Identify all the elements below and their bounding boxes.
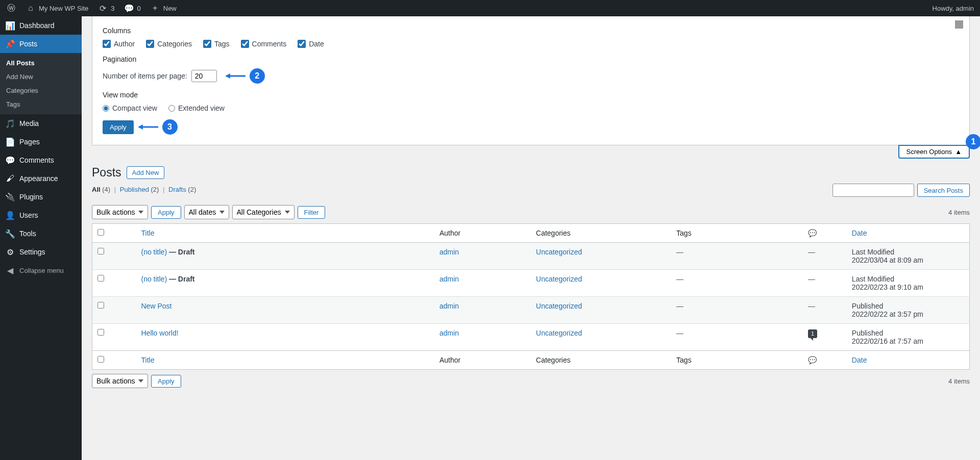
category-filter-select[interactable]: All Categories bbox=[232, 205, 295, 219]
items-per-page-input[interactable] bbox=[191, 70, 217, 82]
menu-posts-label: Posts bbox=[19, 40, 37, 48]
item-count-top: 4 items bbox=[948, 209, 970, 216]
bulk-apply-button-bottom[interactable]: Apply bbox=[151, 375, 181, 388]
row-checkbox[interactable] bbox=[97, 329, 104, 336]
menu-tools-label: Tools bbox=[19, 229, 36, 238]
col-comments-checkbox[interactable] bbox=[241, 40, 249, 48]
th-title[interactable]: Title bbox=[136, 224, 434, 243]
tf-comments[interactable]: 💬 bbox=[803, 351, 847, 370]
viewmode-compact-label[interactable]: Compact view bbox=[103, 104, 157, 112]
col-author-label[interactable]: Author bbox=[103, 40, 135, 48]
new-label: New bbox=[163, 5, 177, 12]
author-link[interactable]: admin bbox=[439, 248, 459, 256]
viewmode-extended-radio[interactable] bbox=[168, 105, 175, 112]
submenu-all-posts[interactable]: All Posts bbox=[0, 56, 82, 70]
tf-title[interactable]: Title bbox=[136, 351, 434, 370]
bulk-actions-select[interactable]: Bulk actions bbox=[92, 205, 148, 219]
search-input[interactable] bbox=[832, 184, 914, 197]
viewmode-compact-text: Compact view bbox=[112, 104, 157, 112]
menu-comments[interactable]: 💬Comments bbox=[0, 151, 82, 169]
row-checkbox[interactable] bbox=[97, 302, 104, 309]
menu-media[interactable]: 🎵Media bbox=[0, 114, 82, 133]
category-link[interactable]: Uncategorized bbox=[536, 329, 582, 337]
users-icon: 👤 bbox=[5, 210, 15, 220]
post-title-link[interactable]: (no title) bbox=[141, 275, 167, 283]
menu-dashboard[interactable]: 📊Dashboard bbox=[0, 16, 82, 35]
select-all-bottom[interactable] bbox=[97, 356, 104, 363]
submenu-tags[interactable]: Tags bbox=[0, 97, 82, 111]
screen-options-apply-button[interactable]: Apply bbox=[103, 120, 134, 134]
col-categories-label[interactable]: Categories bbox=[146, 40, 192, 48]
screen-options-tab[interactable]: Screen Options ▲ bbox=[898, 145, 970, 159]
col-tags-checkbox[interactable] bbox=[203, 40, 211, 48]
submenu-categories[interactable]: Categories bbox=[0, 84, 82, 97]
submenu-add-new[interactable]: Add New bbox=[0, 70, 82, 84]
date-label: Last Modified bbox=[852, 248, 964, 256]
howdy-link[interactable]: Howdy, admin bbox=[930, 5, 976, 12]
col-categories-checkbox[interactable] bbox=[146, 40, 154, 48]
col-author-checkbox[interactable] bbox=[103, 40, 111, 48]
col-comments-label[interactable]: Comments bbox=[241, 40, 287, 48]
menu-settings[interactable]: ⚙Settings bbox=[0, 243, 82, 261]
updates-link[interactable]: ⟳3 bbox=[95, 3, 116, 13]
th-author[interactable]: Author bbox=[434, 224, 531, 243]
new-content-link[interactable]: +New bbox=[148, 3, 179, 13]
author-link[interactable]: admin bbox=[439, 329, 459, 337]
th-comments[interactable]: 💬 bbox=[803, 224, 847, 243]
home-icon: ⌂ bbox=[26, 3, 36, 13]
viewmode-extended-label[interactable]: Extended view bbox=[168, 104, 225, 112]
plugins-icon: 🔌 bbox=[5, 192, 15, 202]
th-tags[interactable]: Tags bbox=[671, 224, 803, 243]
author-link[interactable]: admin bbox=[439, 275, 459, 283]
menu-appearance[interactable]: 🖌Appearance bbox=[0, 169, 82, 188]
row-checkbox[interactable] bbox=[97, 275, 104, 282]
col-author-text: Author bbox=[114, 40, 135, 48]
post-title-link[interactable]: New Post bbox=[141, 302, 172, 310]
tf-author[interactable]: Author bbox=[434, 351, 531, 370]
svg-marker-1 bbox=[225, 73, 230, 79]
tf-categories[interactable]: Categories bbox=[531, 351, 671, 370]
row-checkbox[interactable] bbox=[97, 248, 104, 254]
filter-published[interactable]: Published bbox=[120, 186, 149, 193]
tablenav-bottom: Bulk actions Apply 4 items bbox=[82, 370, 980, 392]
bulk-actions-select-bottom[interactable]: Bulk actions bbox=[92, 374, 148, 388]
filter-button[interactable]: Filter bbox=[298, 206, 326, 219]
menu-users[interactable]: 👤Users bbox=[0, 206, 82, 224]
tf-tags[interactable]: Tags bbox=[671, 351, 803, 370]
bulk-apply-button[interactable]: Apply bbox=[151, 206, 181, 219]
search-button[interactable]: Search Posts bbox=[917, 184, 970, 197]
menu-tools[interactable]: 🔧Tools bbox=[0, 224, 82, 243]
category-link[interactable]: Uncategorized bbox=[536, 275, 582, 283]
col-date-checkbox[interactable] bbox=[298, 40, 306, 48]
menu-pages[interactable]: 📄Pages bbox=[0, 133, 82, 151]
filter-drafts[interactable]: Drafts bbox=[168, 186, 186, 193]
comment-count-bubble[interactable]: 1 bbox=[808, 329, 817, 338]
post-title-link[interactable]: Hello world! bbox=[141, 329, 179, 337]
tf-date[interactable]: Date bbox=[847, 351, 970, 370]
category-link[interactable]: Uncategorized bbox=[536, 248, 582, 256]
posts-table: Title Author Categories Tags 💬 Date (no … bbox=[92, 223, 970, 370]
howdy-text: Howdy, admin bbox=[933, 5, 974, 12]
th-date[interactable]: Date bbox=[847, 224, 970, 243]
viewmode-compact-radio[interactable] bbox=[103, 105, 109, 112]
category-link[interactable]: Uncategorized bbox=[536, 302, 582, 310]
post-title-link[interactable]: (no title) bbox=[141, 248, 167, 256]
date-label: Published bbox=[852, 329, 964, 337]
collapse-menu[interactable]: ◀Collapse menu bbox=[0, 261, 82, 279]
menu-plugins[interactable]: 🔌Plugins bbox=[0, 188, 82, 206]
th-categories[interactable]: Categories bbox=[531, 224, 671, 243]
select-all-top[interactable] bbox=[97, 229, 104, 236]
author-link[interactable]: admin bbox=[439, 302, 459, 310]
col-date-label[interactable]: Date bbox=[298, 40, 324, 48]
site-name-link[interactable]: ⌂My New WP Site bbox=[23, 3, 90, 13]
col-date-text: Date bbox=[309, 40, 324, 48]
filter-all[interactable]: All bbox=[92, 186, 101, 193]
menu-appearance-label: Appearance bbox=[19, 174, 58, 183]
menu-posts[interactable]: 📌Posts bbox=[0, 35, 82, 53]
wp-logo[interactable]: ⓦ bbox=[4, 3, 18, 13]
submenu-posts: All Posts Add New Categories Tags bbox=[0, 53, 82, 114]
col-tags-label[interactable]: Tags bbox=[203, 40, 230, 48]
date-filter-select[interactable]: All dates bbox=[184, 205, 229, 219]
comments-link[interactable]: 💬0 bbox=[122, 3, 143, 13]
add-new-button[interactable]: Add New bbox=[127, 166, 165, 179]
